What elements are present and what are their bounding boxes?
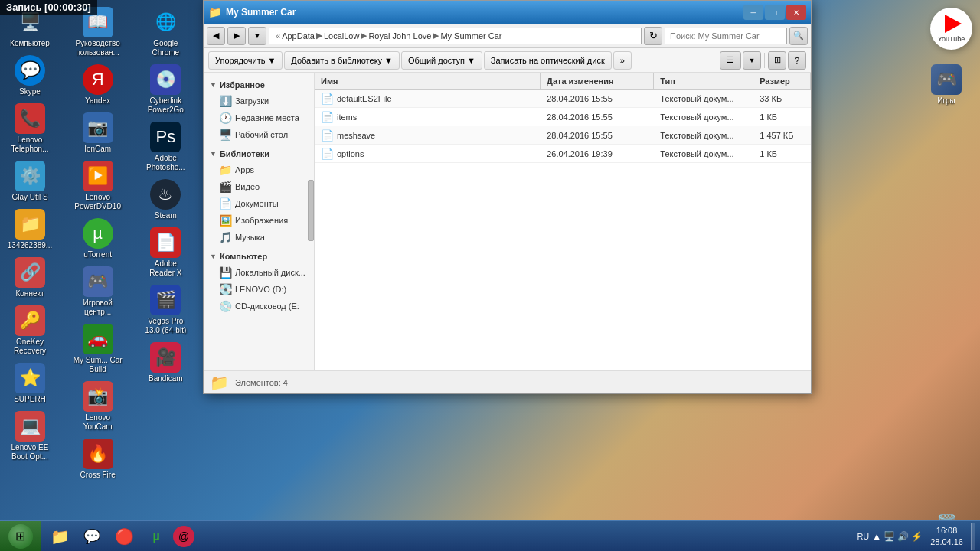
col-header-date[interactable]: Дата изменения [541, 73, 654, 89]
di-superh[interactable]: ⭐SUPERH [4, 360, 56, 407]
window-title-text: My Summer Car [226, 7, 743, 18]
di-bandicam[interactable]: 🎥Bandicam [139, 339, 191, 386]
computer-header[interactable]: ▼ Компьютер [204, 249, 314, 264]
view-details-button[interactable]: ☰ [720, 51, 741, 70]
desktop-icon-igry[interactable]: 🎮 Игры [920, 61, 972, 109]
sidebar-scrollbar[interactable] [308, 180, 314, 241]
youtube-button[interactable]: YouTube [930, 8, 972, 50]
table-row[interactable]: 📄 items 28.04.2016 15:55 Текстовый докум… [315, 108, 811, 126]
maximize-button[interactable]: □ [765, 5, 785, 20]
sidebar-item-images[interactable]: 🖼️ Изображения [204, 212, 314, 229]
share-label: Общий доступ [408, 56, 465, 65]
file-icon-2: 📄 [321, 129, 334, 142]
di-youcam[interactable]: 📸Lenovo YouCam [72, 378, 124, 435]
col-header-name[interactable]: Имя [315, 73, 541, 89]
sidebar-item-cd[interactable]: 💿 CD-дисковод (E: [204, 298, 314, 315]
sidebar-item-local-disk[interactable]: 💾 Локальный диск... [204, 264, 314, 281]
help-button[interactable]: ? [788, 51, 806, 70]
close-button[interactable]: ✕ [786, 5, 806, 20]
di-lenovo-tel[interactable]: 📞Lenovo Telephon... [4, 100, 56, 157]
show-desktop-button[interactable] [971, 523, 975, 550]
path-mycar[interactable]: My Summer Car [440, 31, 501, 41]
di-cyberlink[interactable]: 💿Cyberlink Power2Go [139, 61, 191, 118]
di-onekey[interactable]: 🔑OneKey Recovery [4, 302, 56, 359]
table-row[interactable]: 📄 defaultES2File 28.04.2016 15:55 Тексто… [315, 90, 811, 108]
forward-button[interactable]: ▶ [227, 27, 246, 45]
start-button[interactable]: ⊞ [0, 521, 41, 552]
sidebar-item-music[interactable]: 🎵 Музыка [204, 229, 314, 246]
tray-power-icon[interactable]: ⚡ [911, 531, 923, 542]
taskbar-yandex-icon[interactable]: 🔴 [109, 523, 139, 550]
share-button[interactable]: Общий доступ ▼ [401, 51, 482, 70]
di-utorrent[interactable]: µuTorrent [72, 215, 124, 262]
di-crossfire[interactable]: 🔥Cross Fire [72, 435, 124, 483]
table-row[interactable]: 📄 options 26.04.2016 19:39 Текстовый док… [315, 145, 811, 163]
di-igrovoy[interactable]: 🎮Игровой центр... [72, 263, 124, 320]
taskbar-explorer-icon[interactable]: 📁 [44, 523, 75, 550]
sidebar-item-video[interactable]: 🎬 Видео [204, 178, 314, 195]
vegas-label: Vegas Pro 13.0 (64-bit) [141, 317, 190, 335]
organize-button[interactable]: Упорядочить ▼ [208, 51, 283, 70]
di-lenovo-ee[interactable]: 💻Lenovo EE Boot Opt... [4, 408, 56, 465]
file-type-0: Текстовый докум... [660, 94, 733, 103]
di-connect[interactable]: 🔗Коннект [4, 254, 56, 302]
col-header-size[interactable]: Размер [753, 73, 811, 89]
more-button[interactable]: » [613, 51, 632, 70]
glay-icon: ⚙️ [15, 161, 45, 191]
libraries-header[interactable]: ▼ Библиотеки [204, 146, 314, 161]
di-adobe-reader[interactable]: 📄Adobe Reader X [139, 224, 191, 281]
search-button[interactable]: 🔍 [789, 27, 808, 45]
file-size-1: 1 КБ [760, 112, 777, 122]
di-steam[interactable]: ♨Steam [139, 176, 191, 223]
taskbar-skype-icon[interactable]: 💬 [77, 523, 107, 550]
ioncam-label: IonCam [84, 145, 111, 154]
di-photoshop[interactable]: PsAdobe Photosho... [139, 119, 191, 175]
di-glay[interactable]: ⚙️Glay Util S [4, 158, 56, 205]
di-skype[interactable]: 💬Skype [4, 52, 56, 99]
table-row[interactable]: 📄 meshsave 28.04.2016 15:55 Текстовый до… [315, 126, 811, 145]
path-appdata[interactable]: AppData [282, 31, 315, 41]
igrovoy-icon: 🎮 [83, 266, 113, 297]
di-summer[interactable]: 🚗My Sum... Car Build [72, 321, 124, 377]
refresh-button[interactable]: ↻ [644, 27, 662, 45]
back-button[interactable]: ◀ [207, 27, 225, 45]
tray-network-icon[interactable]: 🖥️ [884, 531, 895, 542]
add-library-button[interactable]: Добавить в библиотеку ▼ [284, 51, 400, 70]
favorites-header[interactable]: ▼ Избранное [204, 77, 314, 93]
burn-button[interactable]: Записать на оптический диск [484, 51, 612, 70]
tray-audio-icon[interactable]: 🔊 [897, 531, 909, 542]
col-header-type[interactable]: Тип [654, 73, 753, 89]
sidebar-item-lenovo-d[interactable]: 💽 LENOVO (D:) [204, 281, 314, 298]
sidebar-item-apps[interactable]: 📁 Apps [204, 161, 314, 178]
clock[interactable]: 16:08 28.04.16 [926, 525, 968, 547]
taskbar-unknown-icon[interactable]: @ [173, 526, 194, 547]
sidebar-item-downloads[interactable]: ⬇️ Загрузки [204, 93, 314, 109]
file-cell-name-1: 📄 items [315, 108, 541, 126]
taskbar-right: RU ▲ 🖥️ 🔊 ⚡ 16:08 28.04.16 [852, 523, 980, 550]
di-vegas[interactable]: 🎬Vegas Pro 13.0 (64-bit) [139, 282, 191, 338]
address-bar: ◀ ▶ ▼ « AppData ▶ LocalLow ▶ Royal John … [204, 24, 811, 48]
di-134[interactable]: 📁134262389... [4, 206, 56, 253]
photoshop-icon: Ps [150, 122, 181, 152]
file-name-0: defaultES2File [337, 94, 392, 103]
address-path[interactable]: « AppData ▶ LocalLow ▶ Royal John Love ▶… [269, 28, 642, 44]
minimize-button[interactable]: ─ [743, 5, 763, 20]
taskbar-utorrent-icon[interactable]: µ [141, 523, 172, 550]
search-input[interactable] [665, 28, 787, 44]
path-locallow[interactable]: LocalLow [324, 31, 359, 41]
pane-button[interactable]: ⊞ [768, 51, 786, 70]
di-chrome[interactable]: 🌐Google Chrome [139, 4, 191, 60]
path-royal[interactable]: Royal John Love [368, 31, 431, 41]
di-yandex[interactable]: ЯYandex [72, 61, 124, 109]
organize-arrow: ▼ [267, 56, 276, 65]
dropdown-button[interactable]: ▼ [248, 27, 266, 45]
tray-icon-1[interactable]: ▲ [872, 531, 881, 542]
sidebar-item-desktop[interactable]: 🖥️ Рабочий стол [204, 126, 314, 143]
col-name-label: Имя [321, 77, 338, 86]
di-lenovo-dvd[interactable]: ▶️Lenovo PowerDVD10 [72, 158, 124, 214]
window-titlebar[interactable]: 📁 My Summer Car ─ □ ✕ [204, 1, 811, 24]
sidebar-item-recent[interactable]: 🕐 Недавние места [204, 109, 314, 126]
view-toggle[interactable]: ▼ [743, 51, 761, 70]
di-ioncam[interactable]: 📷IonCam [72, 109, 124, 157]
sidebar-item-docs[interactable]: 📄 Документы [204, 195, 314, 212]
